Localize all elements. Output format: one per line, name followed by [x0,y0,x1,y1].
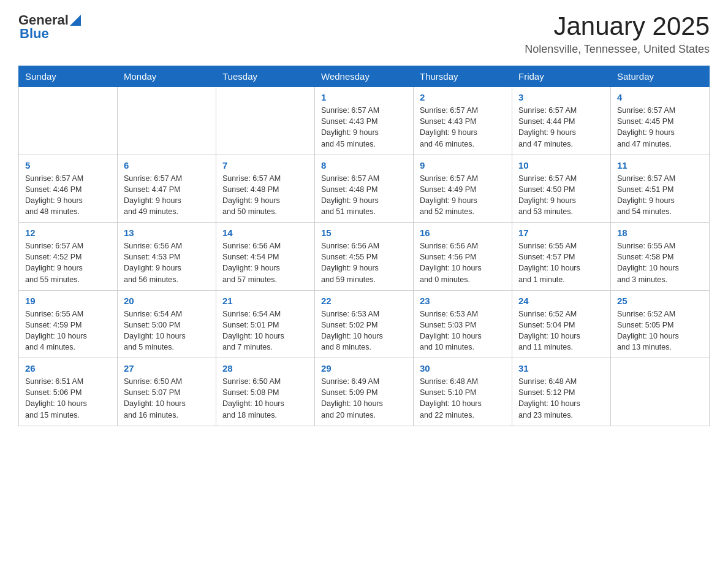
calendar-cell: 17Sunrise: 6:55 AM Sunset: 4:57 PM Dayli… [512,223,611,291]
weekday-header-friday: Friday [512,66,611,87]
week-row-5: 26Sunrise: 6:51 AM Sunset: 5:06 PM Dayli… [19,358,710,426]
day-number: 14 [222,228,308,238]
calendar-cell: 21Sunrise: 6:54 AM Sunset: 5:01 PM Dayli… [216,290,315,358]
calendar-cell: 13Sunrise: 6:56 AM Sunset: 4:53 PM Dayli… [118,223,216,291]
day-info: Sunrise: 6:54 AM Sunset: 5:00 PM Dayligh… [124,308,210,353]
day-info: Sunrise: 6:57 AM Sunset: 4:49 PM Dayligh… [420,173,506,218]
weekday-header-monday: Monday [118,66,216,87]
location: Nolensville, Tennessee, United States [525,43,710,56]
week-row-3: 12Sunrise: 6:57 AM Sunset: 4:52 PM Dayli… [19,223,710,291]
calendar-cell [19,87,118,155]
day-number: 5 [25,160,111,170]
calendar-cell: 28Sunrise: 6:50 AM Sunset: 5:08 PM Dayli… [216,358,315,426]
weekday-header-thursday: Thursday [414,66,512,87]
calendar-cell: 2Sunrise: 6:57 AM Sunset: 4:43 PM Daylig… [414,87,512,155]
day-info: Sunrise: 6:57 AM Sunset: 4:52 PM Dayligh… [25,240,111,285]
day-number: 7 [222,160,308,170]
calendar-cell: 9Sunrise: 6:57 AM Sunset: 4:49 PM Daylig… [414,155,512,223]
day-info: Sunrise: 6:55 AM Sunset: 4:57 PM Dayligh… [518,240,604,285]
day-info: Sunrise: 6:57 AM Sunset: 4:48 PM Dayligh… [321,173,407,218]
title-section: January 2025 Nolensville, Tennessee, Uni… [525,12,710,56]
day-number: 31 [518,363,604,373]
weekday-header-sunday: Sunday [19,66,118,87]
day-info: Sunrise: 6:52 AM Sunset: 5:05 PM Dayligh… [617,308,703,353]
month-title: January 2025 [525,12,710,40]
calendar-cell: 3Sunrise: 6:57 AM Sunset: 4:44 PM Daylig… [512,87,611,155]
day-info: Sunrise: 6:57 AM Sunset: 4:51 PM Dayligh… [617,173,703,218]
day-info: Sunrise: 6:53 AM Sunset: 5:02 PM Dayligh… [321,308,407,353]
day-number: 18 [617,228,703,238]
day-info: Sunrise: 6:50 AM Sunset: 5:07 PM Dayligh… [124,376,210,421]
calendar-cell: 15Sunrise: 6:56 AM Sunset: 4:55 PM Dayli… [315,223,414,291]
day-info: Sunrise: 6:55 AM Sunset: 4:59 PM Dayligh… [25,308,111,353]
calendar-cell [611,358,710,426]
day-number: 9 [420,160,506,170]
day-info: Sunrise: 6:57 AM Sunset: 4:50 PM Dayligh… [518,173,604,218]
page-header: General Blue January 2025 Nolensville, T… [18,12,710,56]
day-info: Sunrise: 6:55 AM Sunset: 4:58 PM Dayligh… [617,240,703,285]
day-number: 8 [321,160,407,170]
day-number: 16 [420,228,506,238]
calendar-cell: 31Sunrise: 6:48 AM Sunset: 5:12 PM Dayli… [512,358,611,426]
day-number: 28 [222,363,308,373]
day-info: Sunrise: 6:57 AM Sunset: 4:46 PM Dayligh… [25,173,111,218]
day-number: 22 [321,296,407,306]
calendar-cell: 27Sunrise: 6:50 AM Sunset: 5:07 PM Dayli… [118,358,216,426]
day-info: Sunrise: 6:50 AM Sunset: 5:08 PM Dayligh… [222,376,308,421]
calendar-cell [216,87,315,155]
week-row-4: 19Sunrise: 6:55 AM Sunset: 4:59 PM Dayli… [19,290,710,358]
day-number: 25 [617,296,703,306]
calendar-cell: 20Sunrise: 6:54 AM Sunset: 5:00 PM Dayli… [118,290,216,358]
day-info: Sunrise: 6:57 AM Sunset: 4:44 PM Dayligh… [518,105,604,150]
calendar-cell: 10Sunrise: 6:57 AM Sunset: 4:50 PM Dayli… [512,155,611,223]
day-number: 30 [420,363,506,373]
calendar-cell: 16Sunrise: 6:56 AM Sunset: 4:56 PM Dayli… [414,223,512,291]
calendar-cell: 18Sunrise: 6:55 AM Sunset: 4:58 PM Dayli… [611,223,710,291]
calendar-cell: 30Sunrise: 6:48 AM Sunset: 5:10 PM Dayli… [414,358,512,426]
day-number: 23 [420,296,506,306]
day-info: Sunrise: 6:57 AM Sunset: 4:43 PM Dayligh… [420,105,506,150]
week-row-2: 5Sunrise: 6:57 AM Sunset: 4:46 PM Daylig… [19,155,710,223]
calendar-cell: 6Sunrise: 6:57 AM Sunset: 4:47 PM Daylig… [118,155,216,223]
svg-marker-0 [70,15,81,26]
calendar-cell: 11Sunrise: 6:57 AM Sunset: 4:51 PM Dayli… [611,155,710,223]
day-number: 29 [321,363,407,373]
day-info: Sunrise: 6:56 AM Sunset: 4:56 PM Dayligh… [420,240,506,285]
day-number: 1 [321,92,407,102]
calendar-table: SundayMondayTuesdayWednesdayThursdayFrid… [18,66,710,426]
logo-triangle-icon [70,12,81,26]
day-info: Sunrise: 6:57 AM Sunset: 4:45 PM Dayligh… [617,105,703,150]
day-info: Sunrise: 6:48 AM Sunset: 5:10 PM Dayligh… [420,376,506,421]
day-number: 17 [518,228,604,238]
day-info: Sunrise: 6:54 AM Sunset: 5:01 PM Dayligh… [222,308,308,353]
weekday-header-tuesday: Tuesday [216,66,315,87]
weekday-header-wednesday: Wednesday [315,66,414,87]
calendar-cell: 26Sunrise: 6:51 AM Sunset: 5:06 PM Dayli… [19,358,118,426]
calendar-cell: 7Sunrise: 6:57 AM Sunset: 4:48 PM Daylig… [216,155,315,223]
day-number: 19 [25,296,111,306]
calendar-cell: 29Sunrise: 6:49 AM Sunset: 5:09 PM Dayli… [315,358,414,426]
day-number: 26 [25,363,111,373]
weekday-header-saturday: Saturday [611,66,710,87]
day-info: Sunrise: 6:56 AM Sunset: 4:53 PM Dayligh… [124,240,210,285]
day-number: 3 [518,92,604,102]
day-info: Sunrise: 6:51 AM Sunset: 5:06 PM Dayligh… [25,376,111,421]
day-number: 4 [617,92,703,102]
day-number: 24 [518,296,604,306]
calendar-cell: 1Sunrise: 6:57 AM Sunset: 4:43 PM Daylig… [315,87,414,155]
day-number: 11 [617,160,703,170]
day-info: Sunrise: 6:56 AM Sunset: 4:55 PM Dayligh… [321,240,407,285]
day-number: 20 [124,296,210,306]
day-info: Sunrise: 6:57 AM Sunset: 4:43 PM Dayligh… [321,105,407,150]
calendar-cell: 8Sunrise: 6:57 AM Sunset: 4:48 PM Daylig… [315,155,414,223]
calendar-cell: 25Sunrise: 6:52 AM Sunset: 5:05 PM Dayli… [611,290,710,358]
calendar-cell: 4Sunrise: 6:57 AM Sunset: 4:45 PM Daylig… [611,87,710,155]
day-number: 12 [25,228,111,238]
day-info: Sunrise: 6:57 AM Sunset: 4:48 PM Dayligh… [222,173,308,218]
calendar-cell: 22Sunrise: 6:53 AM Sunset: 5:02 PM Dayli… [315,290,414,358]
calendar-cell: 14Sunrise: 6:56 AM Sunset: 4:54 PM Dayli… [216,223,315,291]
logo-blue-text: Blue [20,26,49,42]
day-info: Sunrise: 6:52 AM Sunset: 5:04 PM Dayligh… [518,308,604,353]
day-number: 15 [321,228,407,238]
calendar-cell: 23Sunrise: 6:53 AM Sunset: 5:03 PM Dayli… [414,290,512,358]
